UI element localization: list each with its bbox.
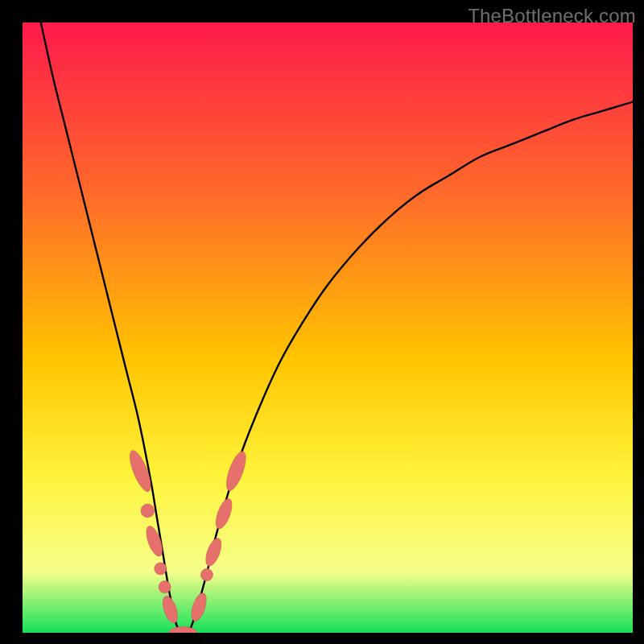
- bottleneck-curve: [41, 23, 633, 633]
- curve-marker: [141, 504, 155, 518]
- curve-marker: [203, 536, 225, 568]
- curve-markers: [126, 448, 250, 633]
- curve-marker: [159, 581, 171, 593]
- curve-marker: [223, 449, 250, 493]
- curve-marker: [200, 568, 213, 580]
- curve-marker: [188, 592, 209, 623]
- chart-stage: TheBottleneck.com: [0, 0, 644, 644]
- curve-marker: [126, 448, 155, 494]
- curve-marker: [143, 524, 166, 558]
- curve-layer: [23, 23, 633, 633]
- curve-marker: [169, 626, 197, 633]
- curve-marker: [155, 563, 167, 575]
- curve-marker: [160, 594, 180, 625]
- curve-marker: [213, 497, 235, 530]
- plot-area: [23, 23, 633, 633]
